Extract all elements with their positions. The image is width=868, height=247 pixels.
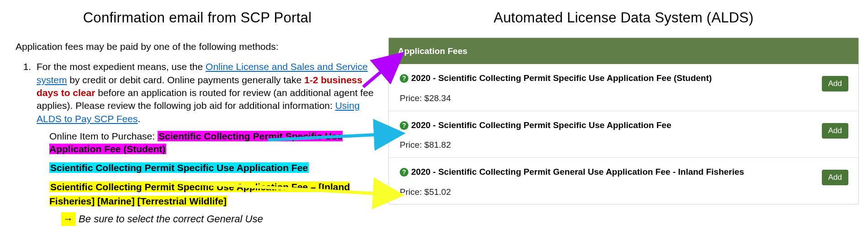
fees-panel-header: Application Fees	[389, 38, 858, 64]
add-button[interactable]: Add	[822, 123, 848, 139]
email-column: Confirmation email from SCP Portal Appli…	[0, 0, 388, 247]
highlight-general-fee: Scientific Collecting Permit Specific Us…	[49, 182, 350, 207]
fees-panel: Application Fees ?2020 - Scientific Coll…	[388, 38, 859, 204]
help-icon[interactable]: ?	[400, 168, 408, 177]
purchase-label: Online Item to Purchase:	[49, 131, 158, 141]
note-general-use: → Be sure to select the correct General …	[61, 212, 379, 226]
alds-column: Automated License Data System (ALDS) App…	[388, 0, 868, 247]
add-button[interactable]: Add	[822, 76, 848, 91]
fee-price: Price: $51.02	[400, 186, 822, 198]
highlight-specific-fee-wrap: Scientific Collecting Permit Specific Us…	[49, 161, 379, 174]
arrow-icon: →	[61, 212, 76, 226]
highlight-general-fee-wrap: Scientific Collecting Permit Specific Us…	[49, 180, 379, 209]
add-button[interactable]: Add	[822, 170, 848, 185]
help-icon[interactable]: ?	[400, 74, 408, 83]
period: .	[138, 113, 140, 124]
fee-price: Price: $81.82	[400, 139, 822, 151]
fee-row: ?2020 - Scientific Collecting Permit Gen…	[389, 158, 858, 204]
fee-row: ?2020 - Scientific Collecting Permit Spe…	[389, 111, 858, 158]
email-title: Confirmation email from SCP Portal	[16, 8, 379, 27]
fee-name-text: 2020 - Scientific Collecting Permit Gene…	[411, 167, 744, 177]
help-icon[interactable]: ?	[400, 121, 408, 130]
fee-name-text: 2020 - Scientific Collecting Permit Spec…	[411, 73, 712, 83]
note-text: Be sure to select the correct General Us…	[76, 213, 263, 225]
item-after-link: by credit or debit card. Online payments…	[67, 75, 304, 85]
purchase-line: Online Item to Purchase: Scientific Coll…	[49, 130, 379, 156]
fee-name: ?2020 - Scientific Collecting Permit Gen…	[400, 166, 822, 178]
fee-text: ?2020 - Scientific Collecting Permit Spe…	[400, 72, 822, 104]
fee-price: Price: $28.34	[400, 92, 822, 104]
method-item-1: For the most expedient means, use the On…	[34, 60, 379, 125]
fee-name-text: 2020 - Scientific Collecting Permit Spec…	[411, 120, 671, 130]
method-list: For the most expedient means, use the On…	[34, 60, 379, 125]
fee-name: ?2020 - Scientific Collecting Permit Spe…	[400, 72, 822, 84]
alds-title: Automated License Data System (ALDS)	[388, 8, 859, 27]
fee-row: ?2020 - Scientific Collecting Permit Spe…	[389, 64, 858, 111]
fee-text: ?2020 - Scientific Collecting Permit Gen…	[400, 166, 822, 198]
highlight-specific-fee: Scientific Collecting Permit Specific Us…	[49, 162, 309, 173]
item-lead: For the most expedient means, use the	[37, 61, 206, 72]
fee-name: ?2020 - Scientific Collecting Permit Spe…	[400, 119, 822, 131]
intro-text: Application fees may be paid by one of t…	[16, 40, 379, 53]
fee-text: ?2020 - Scientific Collecting Permit Spe…	[400, 119, 822, 151]
